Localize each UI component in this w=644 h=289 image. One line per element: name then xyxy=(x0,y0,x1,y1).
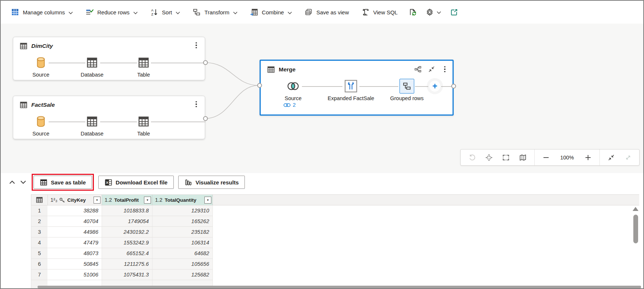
database-step-icon[interactable] xyxy=(86,116,98,127)
toolbar-refresh-script-button[interactable] xyxy=(409,8,417,16)
query-card-dimcity[interactable]: DimCity Source Database Table xyxy=(13,37,205,80)
toolbar-open-external-button[interactable] xyxy=(450,8,458,16)
chevron-up-icon[interactable] xyxy=(7,177,17,187)
cell[interactable]: 47479 xyxy=(48,237,102,248)
cell[interactable]: 665152.4 xyxy=(102,248,152,259)
output-port-dimcity[interactable] xyxy=(203,60,208,65)
column-header-totalprofit[interactable]: 1.2TotalProfit▼ xyxy=(102,194,152,205)
column-header-citykey[interactable]: 1²₃CityKey▼ xyxy=(48,194,102,205)
undo-layout-icon[interactable] xyxy=(468,154,476,162)
column-type-icon[interactable]: 1.2 xyxy=(105,197,112,203)
toolbar-reduce-rows[interactable]: Reduce rows xyxy=(85,8,138,16)
row-number[interactable]: 1 xyxy=(31,205,48,216)
toolbar-settings-button[interactable] xyxy=(426,8,441,16)
fit-to-screen-icon[interactable] xyxy=(502,154,510,162)
horizontal-scrollbar[interactable] xyxy=(38,286,641,288)
step-label[interactable]: Table xyxy=(137,131,150,137)
toolbar-icon-buttons xyxy=(409,8,458,16)
toolbar-combine[interactable]: Combine xyxy=(250,8,292,16)
toolbar-view-sql[interactable]: View SQL xyxy=(362,8,398,16)
table-step-icon[interactable] xyxy=(138,57,149,68)
cell[interactable]: 48073 xyxy=(48,248,102,259)
step-label[interactable]: Source xyxy=(32,131,49,137)
selected-step-grouped-rows[interactable] xyxy=(400,79,414,94)
cell[interactable]: 129310 xyxy=(152,205,213,216)
row-number[interactable]: 6 xyxy=(31,259,48,269)
save-as-table-button[interactable]: Save as table xyxy=(34,176,92,189)
row-number[interactable]: 3 xyxy=(31,227,48,237)
pan-mode-icon[interactable] xyxy=(485,154,493,162)
output-port-factsale[interactable] xyxy=(203,116,208,121)
column-filter-dropdown[interactable]: ▼ xyxy=(204,197,211,204)
source-cylinder-icon[interactable] xyxy=(35,57,46,68)
column-type-icon[interactable]: 1.2 xyxy=(155,197,162,203)
cell[interactable]: 40704 xyxy=(48,216,102,227)
cell[interactable]: 51006 xyxy=(48,269,102,280)
vertical-scrollbar[interactable] xyxy=(631,205,640,285)
cell[interactable]: 105656 xyxy=(152,259,213,269)
step-label[interactable]: Source xyxy=(285,95,302,101)
cell[interactable]: 1075431.3 xyxy=(102,269,152,280)
row-number[interactable]: 4 xyxy=(31,237,48,248)
diagram-canvas[interactable]: DimCity Source Database Table FactSale xyxy=(1,24,643,173)
collapse-all-icon[interactable] xyxy=(607,154,615,162)
expanded-step-icon[interactable] xyxy=(344,80,358,93)
scrollbar-thumb[interactable] xyxy=(633,215,638,243)
cell[interactable]: 1211275.6 xyxy=(102,259,152,269)
toolbar-save-as-view[interactable]: Save as view xyxy=(305,8,349,16)
zoom-in-icon[interactable] xyxy=(584,154,592,162)
query-card-merge[interactable]: Merge + Source Expanded FactSale Grouped… xyxy=(260,60,454,116)
more-options-icon[interactable] xyxy=(193,101,200,108)
zoom-out-icon[interactable] xyxy=(542,154,550,162)
column-type-icon[interactable]: 1²₃ xyxy=(50,197,57,203)
collapse-card-icon[interactable] xyxy=(428,66,435,73)
step-label[interactable]: Table xyxy=(137,72,150,78)
row-number[interactable]: 5 xyxy=(31,248,48,259)
column-filter-dropdown[interactable]: ▼ xyxy=(144,197,151,204)
query-card-factsale[interactable]: FactSale Source Database Table xyxy=(13,96,205,139)
cell[interactable]: 64682 xyxy=(152,248,213,259)
cell[interactable]: 235182 xyxy=(152,227,213,237)
column-name: TotalProfit xyxy=(114,197,139,203)
cell[interactable]: 50845 xyxy=(48,259,102,269)
more-options-icon[interactable] xyxy=(441,66,448,73)
cell[interactable]: 165262 xyxy=(152,216,213,227)
toolbar-sort[interactable]: AZSort xyxy=(150,8,180,16)
merge-links-badge[interactable]: 2 xyxy=(284,102,296,108)
grid-corner-cell[interactable] xyxy=(31,194,48,205)
row-number[interactable]: 2 xyxy=(31,216,48,227)
visualize-results-button[interactable]: Visualize results xyxy=(178,176,245,189)
add-step-button[interactable]: + xyxy=(429,81,440,92)
minimap-icon[interactable] xyxy=(519,154,527,162)
download-excel-button[interactable]: X Download Excel file xyxy=(98,176,174,189)
more-options-icon[interactable] xyxy=(193,42,200,49)
chevron-down-icon[interactable] xyxy=(18,177,28,187)
scroll-up-arrow-icon[interactable] xyxy=(633,207,638,211)
expand-all-icon[interactable] xyxy=(624,154,632,162)
cell[interactable]: 125682 xyxy=(152,269,213,280)
cell[interactable]: 1018833.8 xyxy=(102,205,152,216)
toolbar-manage-columns[interactable]: Manage columns xyxy=(11,8,73,16)
input-port-merge[interactable] xyxy=(257,83,262,88)
step-label[interactable]: Grouped rows xyxy=(390,95,423,101)
column-filter-dropdown[interactable]: ▼ xyxy=(94,197,101,204)
cell[interactable]: 1553242.9 xyxy=(102,237,152,248)
merge-venn-icon[interactable] xyxy=(286,81,300,91)
cell[interactable]: 44986 xyxy=(48,227,102,237)
table-step-icon[interactable] xyxy=(138,116,149,127)
step-label[interactable]: Database xyxy=(81,72,103,78)
cell[interactable]: 2430192.2 xyxy=(102,227,152,237)
output-port-merge[interactable] xyxy=(451,84,456,89)
step-label[interactable]: Expanded FactSale xyxy=(328,95,374,101)
row-number[interactable]: 7 xyxy=(31,269,48,280)
cell[interactable]: 106314 xyxy=(152,237,213,248)
cell[interactable]: 1749054 xyxy=(102,216,152,227)
step-label[interactable]: Source xyxy=(32,72,49,78)
cell[interactable]: 38288 xyxy=(48,205,102,216)
step-label[interactable]: Database xyxy=(81,131,103,137)
database-step-icon[interactable] xyxy=(86,57,98,68)
related-queries-icon[interactable] xyxy=(414,66,422,73)
source-cylinder-icon[interactable] xyxy=(35,116,46,127)
toolbar-transform[interactable]: Transform xyxy=(193,8,237,16)
column-header-totalquantity[interactable]: 1.2TotalQuantity▼ xyxy=(152,194,213,205)
